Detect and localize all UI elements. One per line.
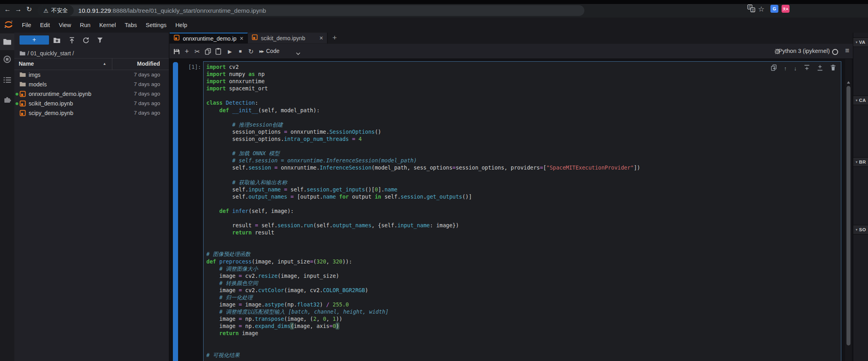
duplicate-cell-icon[interactable] [771, 64, 777, 72]
svg-text:文: 文 [752, 8, 755, 12]
chevron-down-icon: ▾ [856, 98, 858, 102]
insert-cell-above-icon[interactable] [804, 64, 810, 72]
kernel-status-idle-icon[interactable] [832, 49, 838, 55]
tab-label[interactable]: onnxruntime_demo.ipynb [183, 35, 237, 42]
scrollbar-thumb[interactable] [846, 86, 850, 345]
bookmark-star-icon[interactable]: ☆ [758, 5, 764, 14]
chevron-down-icon: ▾ [856, 228, 858, 232]
running-kernels-icon [3, 55, 11, 63]
tab-label[interactable]: scikit_demo.ipynb [261, 35, 305, 41]
file-modified: 7 days ago [120, 70, 160, 80]
file-row-onnxruntime-demo[interactable]: onnxruntime_demo.ipynb 7 days ago [14, 89, 169, 99]
translate-page-icon[interactable]: G文 [747, 4, 755, 15]
menu-settings[interactable]: Settings [141, 18, 171, 33]
column-name[interactable]: Name [19, 59, 34, 69]
menu-view[interactable]: View [54, 18, 75, 33]
close-tab-icon[interactable]: × [240, 35, 243, 42]
jupyter-logo-icon [4, 20, 14, 31]
save-button[interactable] [172, 48, 180, 55]
toolbar-overflow-icon[interactable]: ≡ [845, 44, 849, 59]
browser-forward-icon[interactable]: → [14, 5, 23, 14]
tab-onnxruntime-demo[interactable]: onnxruntime_demo.ipynb × [170, 33, 248, 43]
copy-icon [205, 48, 211, 55]
kernel-name[interactable]: Python 3 (ipykernel) [778, 44, 830, 59]
delete-cell-icon[interactable] [830, 64, 836, 72]
filter-files-button[interactable] [96, 36, 104, 45]
debugger-section-variables[interactable]: ▾ VA [853, 37, 868, 47]
sidebar-tab-running[interactable] [0, 51, 14, 68]
refresh-button[interactable] [81, 36, 90, 45]
notebook-scrollbar[interactable] [845, 59, 852, 361]
address-bar[interactable]: ⚠ 不安全 10.0.91.229:8888/lab/tree/01_quick… [38, 5, 584, 16]
browser-reload-icon[interactable]: ↻ [24, 5, 34, 14]
url-text[interactable]: 10.0.91.229:8888/lab/tree/01_quickly_sta… [78, 7, 266, 14]
chevron-down-icon: ▾ [856, 160, 858, 164]
notebook-icon [20, 110, 26, 118]
breadcrumb[interactable]: / 01_quickly_start / [20, 49, 74, 57]
sidebar-tab-extensions[interactable] [0, 92, 14, 108]
close-tab-icon[interactable]: × [319, 35, 323, 42]
menu-help[interactable]: Help [171, 18, 192, 33]
tab-scikit-demo[interactable]: scikit_demo.ipynb × [248, 33, 327, 43]
code-cell-editor[interactable]: import cv2import numpy as npimport onnxr… [203, 61, 841, 361]
notebook-scroll-area[interactable]: [1]: import cv2import numpy as npimport … [169, 59, 853, 361]
column-divider [112, 59, 112, 70]
extension-translate-blue-icon[interactable]: G [770, 5, 778, 13]
section-label: SO [859, 227, 866, 232]
file-row-models[interactable]: models 7 days ago [14, 80, 169, 89]
menu-kernel[interactable]: Kernel [95, 18, 120, 33]
upload-button[interactable] [67, 36, 76, 45]
menu-run[interactable]: Run [76, 18, 95, 33]
file-row-scikit-demo[interactable]: scikit_demo.ipynb 7 days ago [14, 99, 169, 108]
active-cell-collapser[interactable] [173, 62, 178, 361]
menu-tabs[interactable]: Tabs [120, 18, 141, 33]
interrupt-kernel-button[interactable]: ■ [236, 48, 244, 55]
menu-edit[interactable]: Edit [35, 18, 54, 33]
site-security-chip[interactable]: ⚠ 不安全 [38, 5, 74, 16]
debugger-section-breakpoints[interactable]: ▾ BR [853, 157, 868, 167]
extension-puzzle-icon [3, 96, 11, 104]
new-folder-button[interactable] [53, 36, 61, 45]
restart-kernel-button[interactable]: ↻ [247, 48, 255, 55]
notebook-tabbar: onnxruntime_demo.ipynb × scikit_demo.ipy… [169, 33, 853, 44]
upload-icon [69, 37, 75, 44]
restart-run-all-button[interactable]: ▶▶ [257, 48, 265, 55]
debugger-section-source[interactable]: ▾ SO [853, 225, 868, 234]
scroll-up-arrow-icon[interactable] [847, 81, 850, 84]
run-cell-button[interactable]: ▶ [226, 48, 234, 55]
column-modified[interactable]: Modified [137, 59, 160, 69]
file-modified: 7 days ago [120, 99, 160, 108]
paste-cell-button[interactable] [214, 48, 222, 55]
menu-file[interactable]: File [18, 18, 35, 33]
code-editor-content[interactable]: import cv2import numpy as npimport onnxr… [206, 63, 840, 361]
sidebar-tab-toc[interactable] [0, 72, 14, 88]
extension-translate-pink-icon[interactable]: 文A [782, 5, 790, 13]
sort-ascending-icon: ▲ [103, 59, 106, 69]
folder-icon [3, 39, 11, 45]
breadcrumb-path[interactable]: / 01_quickly_start / [27, 50, 74, 57]
move-cell-down-icon[interactable]: ↓ [794, 65, 797, 72]
file-list-header[interactable]: Name ▲ Modified [14, 58, 169, 70]
notebook-toolbar: + ✂ ▶ ■ ↻ ▶▶ Code Python 3 (ipykernel) ≡ [169, 44, 853, 59]
cell-type-dropdown[interactable]: Code [266, 44, 279, 59]
file-name: onnxruntime_demo.ipynb [29, 89, 91, 99]
file-row-scipy-demo[interactable]: scipy_demo.ipynb 7 days ago [14, 108, 169, 118]
insert-cell-button[interactable]: + [183, 48, 191, 55]
add-tab-button[interactable]: + [329, 33, 341, 43]
insert-cell-below-icon[interactable] [817, 64, 823, 72]
url-path: :8888/lab/tree/01_quickly_start/onnxrunt… [111, 7, 266, 14]
file-row-imgs[interactable]: imgs 7 days ago [14, 70, 169, 80]
security-label: 不安全 [51, 7, 68, 14]
debugger-section-callstack[interactable]: ▾ CA [853, 96, 868, 105]
sidebar-tab-filebrowser[interactable] [0, 33, 14, 50]
warning-icon: ⚠ [43, 8, 49, 14]
file-name: scikit_demo.ipynb [29, 99, 73, 108]
browser-back-icon[interactable]: ← [3, 5, 12, 14]
new-launcher-button[interactable]: + [20, 35, 49, 45]
plus-icon: + [32, 36, 36, 43]
cell-toolbar: ↑ ↓ [771, 64, 836, 72]
move-cell-up-icon[interactable]: ↑ [784, 65, 787, 72]
section-label: BR [859, 160, 866, 164]
cut-cell-button[interactable]: ✂ [193, 48, 201, 55]
copy-cell-button[interactable] [204, 48, 212, 55]
